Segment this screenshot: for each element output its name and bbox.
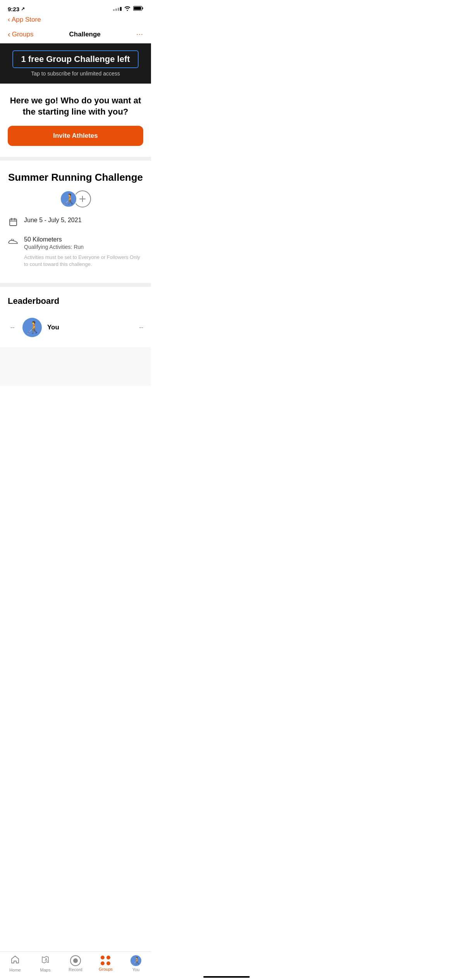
shoe-icon — [8, 237, 19, 248]
status-bar: 9:23 ↗ — [0, 0, 151, 15]
challenge-note: Activities must be set to Everyone or Fo… — [24, 254, 143, 268]
wifi-icon — [124, 5, 131, 12]
svg-rect-2 — [134, 7, 141, 10]
app-store-bar: ‹ App Store — [0, 15, 151, 27]
location-icon: ↗ — [21, 6, 25, 12]
section-divider — [0, 157, 151, 161]
invite-headline: Here we go! Who do you want at the start… — [8, 95, 143, 117]
challenge-count-text: 1 free Group Challenge left — [21, 54, 130, 64]
calendar-icon — [8, 218, 19, 229]
qualifying-activities-text: Qualifying Activities: Run — [24, 244, 143, 250]
leaderboard-avatar: 🧑‍🦯 — [22, 318, 42, 337]
battery-icon — [133, 5, 143, 12]
status-time: 9:23 ↗ — [8, 6, 25, 12]
bottom-spacer — [0, 347, 151, 386]
leaderboard-name: You — [47, 324, 134, 331]
participants-row: 🧑‍🦯 — [8, 190, 143, 207]
invite-athletes-button[interactable]: Invite Athletes — [8, 126, 143, 146]
back-chevron-icon: ‹ — [8, 15, 10, 24]
distance-text: 50 Kilometers — [24, 236, 143, 243]
app-store-label: App Store — [12, 16, 41, 24]
section-divider-2 — [0, 283, 151, 287]
signal-bars — [113, 7, 122, 11]
challenge-banner[interactable]: 1 free Group Challenge left Tap to subsc… — [0, 43, 151, 84]
nav-header: ‹ Groups Challenge ··· — [0, 27, 151, 43]
groups-back-button[interactable]: ‹ Groups — [8, 30, 33, 39]
leaderboard-score: -- — [139, 324, 143, 331]
leaderboard-row: -- 🧑‍🦯 You -- — [8, 314, 143, 341]
svg-rect-5 — [10, 219, 17, 226]
back-chevron-icon: ‹ — [8, 30, 10, 39]
distance-row: 50 Kilometers Qualifying Activities: Run… — [8, 236, 143, 268]
challenge-count-box[interactable]: 1 free Group Challenge left — [12, 50, 138, 68]
back-label: Groups — [12, 31, 34, 38]
svg-rect-1 — [142, 7, 143, 9]
leaderboard-section: Leaderboard -- 🧑‍🦯 You -- — [0, 287, 151, 347]
leaderboard-title: Leaderboard — [8, 296, 143, 306]
app-store-back-button[interactable]: ‹ App Store — [8, 15, 143, 24]
page-title: Challenge — [69, 31, 101, 38]
distance-text-block: 50 Kilometers Qualifying Activities: Run… — [24, 236, 143, 268]
challenge-name: Summer Running Challenge — [8, 171, 143, 183]
more-options-button[interactable]: ··· — [136, 30, 143, 38]
subscribe-text: Tap to subscribe for unlimited access — [31, 70, 120, 77]
status-icons — [113, 5, 143, 12]
rank-display: -- — [8, 324, 17, 331]
invite-section: Here we go! Who do you want at the start… — [0, 84, 151, 157]
date-range-text: June 5 - July 5, 2021 — [24, 217, 82, 224]
challenge-detail-section: Summer Running Challenge 🧑‍🦯 June 5 - Ju… — [0, 161, 151, 283]
participant-avatar: 🧑‍🦯 — [60, 190, 77, 207]
date-range-row: June 5 - July 5, 2021 — [8, 217, 143, 229]
time-display: 9:23 — [8, 6, 19, 12]
